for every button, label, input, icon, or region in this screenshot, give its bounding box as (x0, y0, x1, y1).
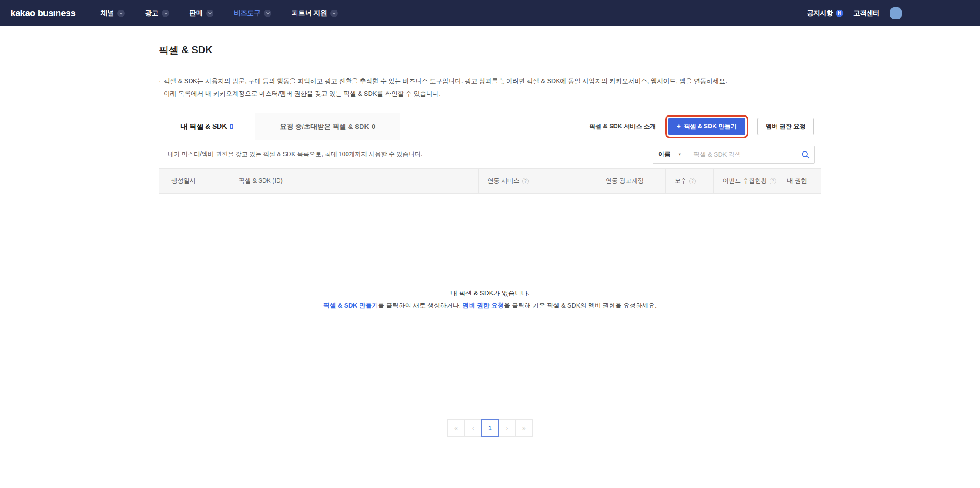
title-divider (159, 64, 821, 64)
help-icon[interactable]: ? (522, 178, 529, 184)
new-badge: N (836, 10, 843, 17)
tab-my-pixel-sdk[interactable]: 내 픽셀 & SDK 0 (159, 113, 255, 140)
search-field-dropdown[interactable]: 이름 ▼ (653, 146, 687, 163)
nav-item-channel[interactable]: 채널 (100, 9, 125, 18)
column-population: 모수 ? (666, 169, 714, 193)
profile-avatar[interactable] (890, 7, 902, 19)
create-pixel-sdk-inline-link[interactable]: 픽셀 & SDK 만들기 (323, 302, 378, 309)
page-description: · 픽셀 & SDK는 사용자의 방문, 구매 등의 행동을 파악하고 광고 전… (159, 75, 821, 100)
search-button[interactable] (801, 150, 810, 159)
service-intro-link[interactable]: 픽셀 & SDK 서비스 소개 (589, 123, 656, 130)
description-line: · 픽셀 & SDK는 사용자의 방문, 구매 등의 행동을 파악하고 광고 전… (159, 75, 821, 87)
chevron-down-icon (206, 10, 213, 17)
main-nav: 채널 광고 판매 비즈도구 파트너 지원 (100, 9, 338, 18)
chevron-down-icon (117, 10, 125, 17)
bullet-dot: · (159, 87, 161, 100)
search-icon (801, 150, 810, 159)
column-event-collection-status: 이벤트 수집현황 ? (714, 169, 778, 193)
nav-item-sales[interactable]: 판매 (189, 9, 213, 18)
caret-down-icon: ▼ (678, 152, 682, 157)
nav-item-partner-support[interactable]: 파트너 지원 (291, 9, 338, 18)
empty-state-title: 내 픽셀 & SDK가 없습니다. (450, 289, 530, 297)
chevron-down-icon (264, 10, 271, 17)
tab-requested-invited[interactable]: 요청 중/초대받은 픽셀 & SDK 0 (255, 113, 400, 140)
current-page-button[interactable]: 1 (481, 419, 499, 437)
page-content: 픽셀 & SDK · 픽셀 & SDK는 사용자의 방문, 구매 등의 행동을 … (159, 26, 821, 451)
list-toolbar: 내가 마스터/멤버 권한을 갖고 있는 픽셀 & SDK 목록으로, 최대 10… (159, 140, 821, 168)
tab-bar-actions: 픽셀 & SDK 서비스 소개 + 픽셀 & SDK 만들기 멤버 권한 요청 (400, 113, 821, 140)
chevron-down-icon (162, 10, 169, 17)
pagination: « ‹ 1 › » (447, 419, 533, 437)
last-page-button[interactable]: » (515, 419, 533, 437)
create-pixel-sdk-button[interactable]: + 픽셀 & SDK 만들기 (668, 118, 746, 135)
list-note: 내가 마스터/멤버 권한을 갖고 있는 픽셀 & SDK 목록으로, 최대 10… (168, 150, 423, 158)
description-line: · 아래 목록에서 내 카카오계정으로 마스터/멤버 권한을 갖고 있는 픽셀 … (159, 87, 821, 100)
bullet-dot: · (159, 75, 161, 87)
help-center-link[interactable]: 고객센터 (853, 9, 880, 17)
highlight-ring: + 픽셀 & SDK 만들기 (668, 118, 746, 135)
tab-count: 0 (230, 123, 233, 131)
first-page-button[interactable]: « (447, 419, 465, 437)
page-title: 픽셀 & SDK (159, 43, 821, 57)
column-linked-services: 연동 서비스 ? (479, 169, 597, 193)
member-permission-inline-link[interactable]: 멤버 권한 요청 (463, 302, 504, 309)
top-navbar: kakao business 채널 광고 판매 비즈도구 파트너 지원 공지사항… (0, 0, 980, 26)
column-pixel-sdk-id: 픽셀 & SDK (ID) (230, 169, 479, 193)
member-permission-request-button[interactable]: 멤버 권한 요청 (757, 118, 814, 135)
plus-icon: + (677, 123, 681, 130)
navbar-right: 공지사항 N 고객센터 (807, 7, 902, 19)
pixel-sdk-panel: 내 픽셀 & SDK 0 요청 중/초대받은 픽셀 & SDK 0 픽셀 & S… (159, 113, 821, 451)
table-header: 생성일시 픽셀 & SDK (ID) 연동 서비스 ? 연동 광고계정 모수 ?… (159, 168, 821, 194)
chevron-down-icon (330, 10, 338, 17)
help-icon[interactable]: ? (689, 178, 696, 184)
next-page-button[interactable]: › (498, 419, 516, 437)
kakao-business-logo[interactable]: kakao business (10, 8, 75, 18)
help-icon[interactable]: ? (770, 178, 776, 184)
column-created-at: 생성일시 (159, 169, 230, 193)
column-linked-ad-account: 연동 광고계정 (597, 169, 666, 193)
search-input[interactable] (687, 151, 801, 158)
nav-item-biz-tools[interactable]: 비즈도구 (233, 9, 271, 18)
prev-page-button[interactable]: ‹ (464, 419, 482, 437)
pagination-area: « ‹ 1 › » (159, 405, 821, 451)
search-control: 이름 ▼ (653, 146, 815, 164)
table-empty-state: 내 픽셀 & SDK가 없습니다. 픽셀 & SDK 만들기를 클릭하여 새로 … (159, 194, 821, 405)
column-my-permission: 내 권한 (778, 169, 821, 193)
tab-bar: 내 픽셀 & SDK 0 요청 중/초대받은 픽셀 & SDK 0 픽셀 & S… (159, 113, 821, 140)
notice-link[interactable]: 공지사항 N (807, 9, 843, 17)
tab-count: 0 (372, 123, 376, 130)
empty-state-description: 픽셀 & SDK 만들기를 클릭하여 새로 생성하거나, 멤버 권한 요청을 클… (323, 301, 657, 310)
nav-item-ad[interactable]: 광고 (145, 9, 169, 18)
